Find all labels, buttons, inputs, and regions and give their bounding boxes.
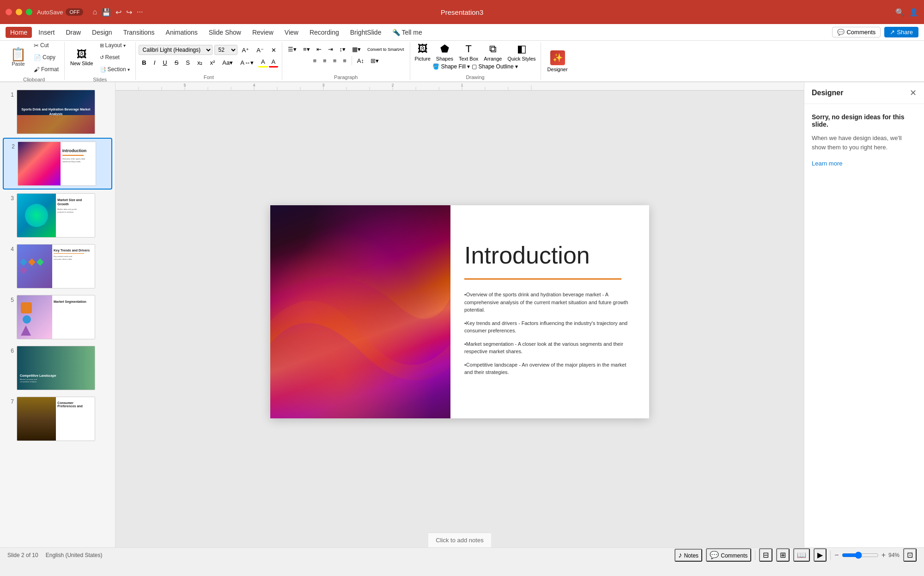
paste-button[interactable]: 📋 Paste [6,46,30,68]
comments-button[interactable]: 💬 Comments [832,27,881,37]
menu-review[interactable]: Review [248,27,278,38]
shapes-button[interactable]: ⬟ Shapes [434,42,455,62]
increase-indent-button[interactable]: ⇥ [325,45,336,54]
search-icon[interactable]: 🔍 [895,8,905,17]
reading-view-button[interactable]: 📖 [793,548,810,562]
slide-thumb-3[interactable]: 3 Market Size and Growth Market data and… [3,190,112,240]
window-controls[interactable] [6,9,32,15]
more-icon[interactable]: ··· [137,8,143,17]
text-direction-button[interactable]: A↕ [354,56,367,65]
textbox-button[interactable]: T Text Box [457,42,480,62]
char-spacing-button[interactable]: A↔▾ [237,58,256,67]
numbering-button[interactable]: ≡▾ [300,45,313,54]
shape-outline-button[interactable]: ▢ Shape Outline ▾ [472,63,518,70]
maximize-button[interactable] [26,9,32,15]
zoom-out-button[interactable]: − [834,551,839,559]
slide-thumb-4[interactable]: 4 Key Trends and Drivers Key market tren… [3,241,112,291]
font-family-select[interactable]: Calibri Light (Headings) [139,45,213,55]
designer-content: Sorry, no design ideas for this slide. W… [804,104,924,177]
zoom-in-button[interactable]: + [881,551,886,559]
comments-toggle-button[interactable]: 💬 Comments [706,548,751,562]
account-icon[interactable]: 👤 [909,8,918,17]
menu-recording[interactable]: Recording [305,27,344,38]
increase-font-button[interactable]: A⁺ [239,46,252,55]
slide-sorter-button[interactable]: ⊞ [776,548,790,562]
justify-button[interactable]: ≡ [340,56,349,65]
share-button[interactable]: ↗ Share [884,27,918,37]
zoom-control[interactable]: − + 94% [834,551,900,559]
decrease-font-button[interactable]: A⁻ [254,46,267,55]
home-icon[interactable]: ⌂ [92,8,97,17]
save-icon[interactable]: 💾 [102,8,111,17]
menu-animations[interactable]: Animations [161,27,202,38]
layout-button[interactable]: ⊞ Layout ▾ [97,41,133,51]
title-bar-left: AutoSave OFF ⌂ 💾 ↩ ↪ ··· [37,8,143,17]
strikethrough-button[interactable]: S [172,58,182,67]
zoom-slider-input[interactable] [842,551,879,559]
arrange-button[interactable]: ⧉ Arrange [482,42,504,62]
slide-canvas[interactable]: Introduction •Overview of the sports dri… [270,205,649,418]
line-spacing-button[interactable]: ↕▾ [337,45,349,54]
align-left-button[interactable]: ≡ [310,56,319,65]
cut-button[interactable]: ✂ Cut [31,41,61,51]
bullets-button[interactable]: ☰▾ [285,45,299,54]
menu-draw[interactable]: Draw [61,27,85,38]
subscript-button[interactable]: x₂ [195,58,206,67]
superscript-button[interactable]: x² [207,58,218,67]
autosave-toggle[interactable]: OFF [66,8,83,16]
slide-thumb-2[interactable]: 2 Introduction Overview of the sports dr… [3,138,112,190]
decrease-indent-button[interactable]: ⇤ [314,45,324,54]
quickstyles-button[interactable]: ◧ Quick Styles [505,42,537,62]
format-button[interactable]: 🖌 Format [31,64,61,75]
svg-text:5: 5 [183,83,186,87]
underline-button[interactable]: U [160,58,170,67]
menu-transitions[interactable]: Transitions [119,27,159,38]
columns-button[interactable]: ▦▾ [349,45,364,54]
font-color-button[interactable]: A [269,57,279,67]
language-info: English (United States) [46,552,103,558]
font-size-select[interactable]: 52 [214,45,237,55]
close-button[interactable] [6,9,12,15]
menu-design[interactable]: Design [87,27,117,38]
notes-bar[interactable]: Click to add notes [428,533,491,547]
menu-tellme[interactable]: 🔦 Tell me [388,27,426,38]
section-button[interactable]: 📑 Section ▾ [97,64,133,75]
designer-learn-more[interactable]: Learn more [812,160,842,167]
slideshow-view-button[interactable]: ▶ [814,548,827,562]
highlight-button[interactable]: A [258,57,268,67]
designer-sorry-text: Sorry, no design ideas for this slide. [812,113,917,128]
shadow-button[interactable]: S [183,58,193,67]
bold-button[interactable]: B [139,58,149,67]
normal-view-button[interactable]: ⊟ [759,548,772,562]
minimize-button[interactable] [16,9,22,15]
menu-home[interactable]: Home [6,27,32,38]
shape-fill-button[interactable]: 🪣 Shape Fill ▾ [432,63,470,70]
slide-thumb-6[interactable]: 6 Competitive Landscape Market overview … [3,343,112,393]
align-text-button[interactable]: ⊞▾ [368,56,382,65]
reset-button[interactable]: ↺ Reset [97,52,133,63]
notes-toggle-button[interactable]: ♪ Notes [675,549,702,562]
slide-thumb-5[interactable]: 5 Market Segmentation [3,292,112,342]
menu-slideshow[interactable]: Slide Show [204,27,246,38]
align-center-button[interactable]: ≡ [320,56,329,65]
copy-button[interactable]: 📄 Copy [31,52,61,63]
menu-view[interactable]: View [280,27,303,38]
new-slide-button[interactable]: 🖼 New Slide [67,47,96,68]
designer-button[interactable]: ✨ Designer [544,49,571,74]
fit-slide-button[interactable]: ⊡ [903,548,917,562]
case-button[interactable]: Aa▾ [219,58,236,67]
menu-insert[interactable]: Insert [34,27,59,38]
slide-thumb-1[interactable]: 1 Sports Drink and Hydration Beverage Ma… [3,87,112,137]
slide-thumb-7[interactable]: 7 Consumer Preferences and [3,394,112,444]
designer-close-button[interactable]: ✕ [910,88,917,98]
slide-preview-5: Market Segmentation [17,295,95,339]
italic-button[interactable]: I [151,58,158,67]
undo-icon[interactable]: ↩ [116,8,122,17]
clear-format-button[interactable]: ✕ [268,46,279,55]
redo-icon[interactable]: ↪ [126,8,132,17]
convert-smartart-button[interactable]: Convert to SmartArt [365,46,407,53]
picture-button[interactable]: 🖼 Picture [413,42,432,62]
menu-brightslide[interactable]: BrightSlide [346,27,386,38]
align-right-button[interactable]: ≡ [330,56,340,65]
slide-preview-3: Market Size and Growth Market data and g… [17,193,95,238]
